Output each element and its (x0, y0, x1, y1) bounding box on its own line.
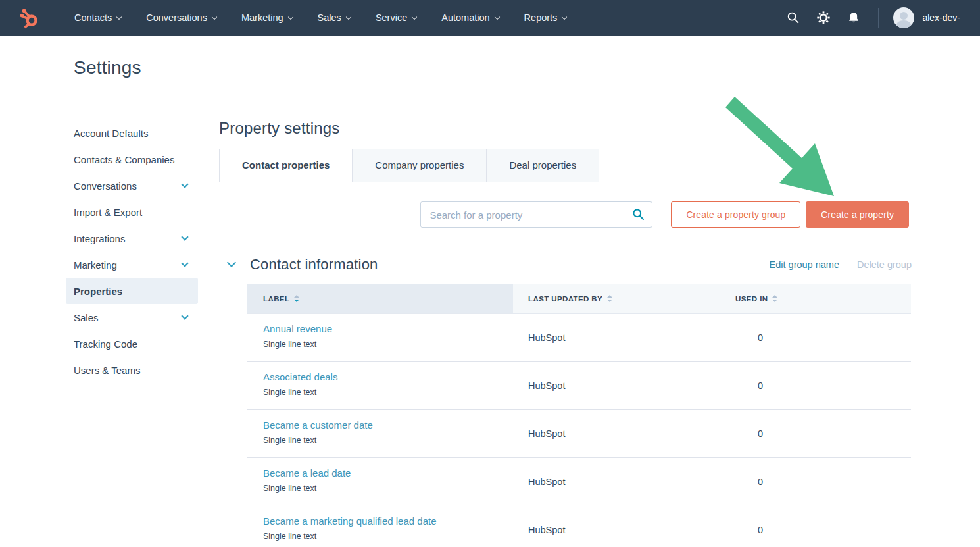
nav-item-sales[interactable]: Sales (305, 0, 363, 36)
chevron-down-icon (181, 180, 188, 188)
settings-sidebar: Account Defaults Contacts & Companies Co… (66, 120, 198, 383)
property-name-link[interactable]: Became a customer date (263, 419, 373, 430)
sidebar-item-import-export[interactable]: Import & Export (66, 199, 198, 225)
property-type: Single line text (263, 436, 513, 445)
nav-item-service[interactable]: Service (363, 0, 429, 36)
page-title: Settings (74, 57, 141, 78)
table-header-row: LABEL LAST UPDATED BY USED IN (247, 284, 911, 314)
sidebar-item-label: Users & Teams (74, 365, 190, 376)
property-name-link[interactable]: Became a lead date (263, 467, 351, 479)
column-header-text: LABEL (263, 295, 289, 303)
chevron-down-icon (212, 14, 217, 19)
chevron-down-icon (181, 259, 188, 267)
sort-icon[interactable] (772, 295, 777, 302)
tab-deal-properties[interactable]: Deal properties (487, 149, 599, 182)
bell-icon[interactable] (846, 11, 861, 25)
nav-item-label: Sales (318, 13, 341, 23)
group-header: Contact information Edit group name Dele… (219, 256, 922, 273)
chevron-down-icon (346, 14, 351, 19)
sidebar-item-label: Marketing (74, 259, 182, 271)
property-name-link[interactable]: Annual revenue (263, 323, 332, 334)
sidebar-item-conversations[interactable]: Conversations (66, 172, 198, 199)
edit-group-name-link[interactable]: Edit group name (770, 259, 839, 270)
sidebar-item-label: Integrations (74, 233, 182, 244)
avatar[interactable] (893, 7, 914, 28)
tab-contact-properties[interactable]: Contact properties (219, 149, 353, 182)
chevron-down-icon (562, 14, 567, 19)
sidebar-item-label: Account Defaults (74, 128, 190, 139)
sidebar-item-marketing[interactable]: Marketing (66, 251, 198, 278)
sort-icon[interactable] (294, 295, 299, 302)
sidebar-item-contacts-companies[interactable]: Contacts & Companies (66, 146, 198, 172)
chevron-down-icon (116, 14, 122, 19)
sidebar-item-label: Properties (74, 286, 190, 297)
delete-group-link: Delete group (857, 259, 912, 270)
property-cell: Became a customer date Single line text (247, 410, 513, 457)
top-navigation-bar: Contacts Conversations Marketing Sales S… (0, 0, 980, 36)
property-tabs: Contact properties Company properties De… (219, 149, 922, 182)
search-icon[interactable] (786, 11, 800, 25)
search-input[interactable] (420, 201, 652, 228)
create-property-group-button[interactable]: Create a property group (671, 201, 800, 228)
chevron-down-icon (287, 14, 293, 19)
nav-right-cluster: alex-dev- (770, 7, 960, 28)
last-updated-by-cell: HubSpot (513, 506, 706, 547)
property-name-link[interactable]: Became a marketing qualified lead date (263, 515, 437, 527)
property-cell: Associated deals Single line text (247, 362, 513, 409)
table-row: Became a customer date Single line text … (247, 410, 911, 458)
column-header-text: LAST UPDATED BY (528, 295, 602, 303)
column-header-label[interactable]: LABEL (247, 284, 513, 313)
column-header-text: USED IN (735, 295, 768, 303)
last-updated-by-cell: HubSpot (513, 410, 706, 457)
sidebar-item-label: Import & Export (74, 207, 190, 218)
property-cell: Annual revenue Single line text (247, 314, 513, 361)
column-header-used-in[interactable]: USED IN (706, 284, 911, 313)
nav-item-automation[interactable]: Automation (429, 0, 511, 36)
property-type: Single line text (263, 532, 513, 541)
sidebar-item-properties[interactable]: Properties (66, 278, 198, 304)
nav-item-conversations[interactable]: Conversations (134, 0, 229, 36)
sidebar-item-tracking-code[interactable]: Tracking Code (66, 330, 198, 357)
sidebar-item-label: Conversations (74, 180, 182, 192)
table-row: Became a lead date Single line text HubS… (247, 458, 911, 506)
sidebar-item-users-teams[interactable]: Users & Teams (66, 357, 198, 383)
page-header: Settings (0, 36, 980, 105)
column-header-last-updated-by[interactable]: LAST UPDATED BY (513, 284, 706, 313)
property-cell: Became a lead date Single line text (247, 458, 513, 506)
nav-item-label: Conversations (146, 13, 207, 23)
main-menu: Contacts Conversations Marketing Sales S… (62, 0, 579, 36)
chevron-down-icon (181, 233, 188, 240)
nav-item-contacts[interactable]: Contacts (62, 0, 134, 36)
avatar-head-shape (900, 12, 908, 20)
main-content: Property settings Contact properties Com… (219, 117, 922, 547)
used-in-cell: 0 (706, 506, 911, 547)
nav-item-marketing[interactable]: Marketing (229, 0, 305, 36)
used-in-cell: 0 (706, 362, 911, 409)
chevron-down-icon (494, 14, 499, 19)
user-menu[interactable]: alex-dev- (922, 13, 960, 23)
gear-icon[interactable] (816, 11, 831, 25)
properties-table: LABEL LAST UPDATED BY USED IN Annual rev… (247, 284, 911, 547)
table-row: Became a marketing qualified lead date S… (247, 506, 911, 547)
nav-item-label: Reports (524, 13, 558, 23)
sidebar-item-sales[interactable]: Sales (66, 304, 198, 330)
avatar-body-shape (896, 20, 911, 28)
tab-company-properties[interactable]: Company properties (353, 149, 487, 182)
used-in-cell: 0 (706, 314, 911, 361)
property-name-link[interactable]: Associated deals (263, 371, 337, 382)
sidebar-item-integrations[interactable]: Integrations (66, 225, 198, 251)
sidebar-item-account-defaults[interactable]: Account Defaults (66, 120, 198, 146)
table-row: Annual revenue Single line text HubSpot … (247, 314, 911, 362)
hubspot-logo-icon[interactable] (17, 6, 41, 30)
property-search (420, 201, 652, 228)
sort-icon[interactable] (607, 295, 612, 302)
collapse-group-chevron-icon[interactable] (227, 258, 236, 267)
create-property-button[interactable]: Create a property (806, 201, 909, 228)
used-in-cell: 0 (706, 410, 911, 457)
nav-item-reports[interactable]: Reports (512, 0, 579, 36)
used-in-cell: 0 (706, 458, 911, 506)
search-icon[interactable] (631, 207, 645, 221)
nav-divider (878, 8, 879, 28)
sidebar-item-label: Tracking Code (74, 338, 190, 350)
nav-item-label: Marketing (241, 13, 283, 23)
